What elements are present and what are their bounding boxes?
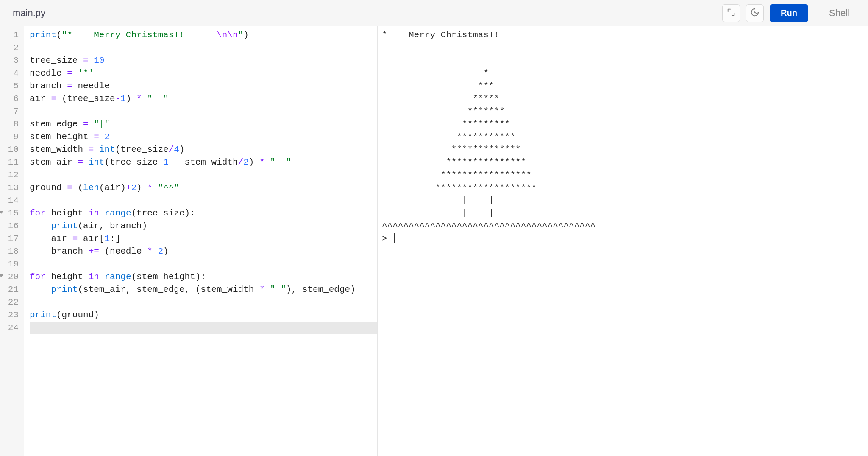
code-line[interactable]: print(ground) xyxy=(30,309,377,322)
shell-output-line: | | xyxy=(382,194,868,207)
code-token: += xyxy=(89,246,99,256)
code-token: 4 xyxy=(174,145,179,154)
code-line[interactable] xyxy=(30,105,377,118)
code-token: (stem_air, stem_edge, (stem_width xyxy=(78,285,259,294)
code-line[interactable] xyxy=(30,194,377,207)
code-token: " xyxy=(238,30,244,40)
code-token: (tree_size xyxy=(115,145,169,154)
line-number: 6 xyxy=(0,92,19,105)
code-line[interactable] xyxy=(30,322,377,334)
shell-prompt-line[interactable]: > xyxy=(382,232,868,245)
toolbar-buttons: Run xyxy=(722,0,817,26)
code-line[interactable]: stem_edge = "|" xyxy=(30,118,377,131)
fold-arrow-icon[interactable] xyxy=(0,211,3,214)
code-line[interactable]: print(air, branch) xyxy=(30,220,377,232)
code-token: stem_height xyxy=(30,132,94,142)
code-token: = xyxy=(94,132,99,142)
shell-output-pane[interactable]: * Merry Christmas!! * *** ***** ******* … xyxy=(377,26,868,456)
code-token: stem_air xyxy=(30,157,78,167)
code-token: "* Merry Christmas!! xyxy=(62,30,217,40)
shell-output-line: ***************** xyxy=(382,169,868,182)
code-token: 10 xyxy=(94,56,104,65)
line-number: 9 xyxy=(0,131,19,143)
code-token: - xyxy=(158,157,163,167)
code-line[interactable] xyxy=(30,296,377,309)
code-token xyxy=(30,285,51,294)
code-token: (tree_size xyxy=(56,94,115,104)
code-line[interactable]: stem_height = 2 xyxy=(30,131,377,143)
code-token: = xyxy=(83,119,89,129)
code-token: = xyxy=(89,145,94,154)
code-line[interactable]: tree_size = 10 xyxy=(30,54,377,67)
shell-output-line: *** xyxy=(382,80,868,92)
shell-output-line: ******* xyxy=(382,105,868,118)
shell-tab-label: Shell xyxy=(829,8,850,19)
code-token: print xyxy=(30,30,56,40)
code-token: len xyxy=(83,183,99,193)
code-token: height xyxy=(46,208,89,218)
code-token: = xyxy=(72,234,78,243)
code-line[interactable]: air = (tree_size-1) * " " xyxy=(30,92,377,105)
editor-pane[interactable]: 123456789101112131415161718192021222324 … xyxy=(0,26,377,456)
code-token: (tree_size xyxy=(104,157,158,167)
code-token: ) xyxy=(126,94,136,104)
code-area[interactable]: print("* Merry Christmas!! \n\n") tree_s… xyxy=(24,26,377,456)
code-token: 2 xyxy=(158,246,163,256)
code-token: = xyxy=(67,68,72,78)
code-token: print xyxy=(51,285,78,294)
expand-icon xyxy=(726,8,736,19)
expand-button[interactable] xyxy=(722,4,740,22)
run-button[interactable]: Run xyxy=(770,4,808,22)
line-number: 2 xyxy=(0,42,19,54)
code-line[interactable] xyxy=(30,258,377,271)
main-split: 123456789101112131415161718192021222324 … xyxy=(0,26,868,456)
code-line[interactable]: for height in range(stem_height): xyxy=(30,271,377,283)
run-button-label: Run xyxy=(781,8,797,17)
line-number: 13 xyxy=(0,182,19,194)
code-line[interactable]: ground = (len(air)+2) * "^^" xyxy=(30,182,377,194)
code-token: / xyxy=(238,157,244,167)
code-token xyxy=(265,285,270,294)
line-number: 15 xyxy=(0,207,19,220)
code-token: needle xyxy=(72,81,110,91)
code-line[interactable]: needle = '*' xyxy=(30,67,377,80)
code-token: 2 xyxy=(104,132,110,142)
code-token: 1 xyxy=(163,157,169,167)
code-line[interactable]: air = air[1:] xyxy=(30,232,377,245)
line-number: 3 xyxy=(0,54,19,67)
code-token: = xyxy=(83,56,89,65)
line-number: 17 xyxy=(0,232,19,245)
code-token: 1 xyxy=(104,234,110,243)
code-token: * xyxy=(259,157,265,167)
code-token: * xyxy=(259,285,265,294)
code-token: = xyxy=(67,81,72,91)
line-number: 1 xyxy=(0,29,19,42)
code-line[interactable]: print(stem_air, stem_edge, (stem_width *… xyxy=(30,283,377,296)
code-line[interactable]: for height in range(tree_size): xyxy=(30,207,377,220)
code-token: ( xyxy=(72,183,83,193)
code-token: 2 xyxy=(131,183,136,193)
code-line[interactable]: stem_air = int(tree_size-1 - stem_width/… xyxy=(30,156,377,169)
code-line[interactable] xyxy=(30,42,377,54)
code-token: " " xyxy=(270,157,291,167)
shell-tab[interactable]: Shell xyxy=(817,0,868,26)
code-line[interactable]: stem_width = int(tree_size/4) xyxy=(30,143,377,156)
line-number: 19 xyxy=(0,258,19,271)
fold-arrow-icon[interactable] xyxy=(0,274,3,277)
code-token: height xyxy=(46,272,89,282)
code-line[interactable]: print("* Merry Christmas!! \n\n") xyxy=(30,29,377,42)
code-line[interactable] xyxy=(30,169,377,182)
code-token: air xyxy=(30,234,72,243)
line-number: 8 xyxy=(0,118,19,131)
code-token xyxy=(94,145,99,154)
app-root: main.py Run Shell 12345678910111 xyxy=(0,0,868,456)
code-token: ) xyxy=(249,157,259,167)
line-number: 7 xyxy=(0,105,19,118)
line-number: 16 xyxy=(0,220,19,232)
theme-toggle-button[interactable] xyxy=(746,4,764,22)
code-line[interactable]: branch += (needle * 2) xyxy=(30,245,377,258)
moon-icon xyxy=(750,8,760,19)
code-token: (ground) xyxy=(56,310,99,320)
code-line[interactable]: branch = needle xyxy=(30,80,377,92)
file-tab[interactable]: main.py xyxy=(0,0,61,26)
